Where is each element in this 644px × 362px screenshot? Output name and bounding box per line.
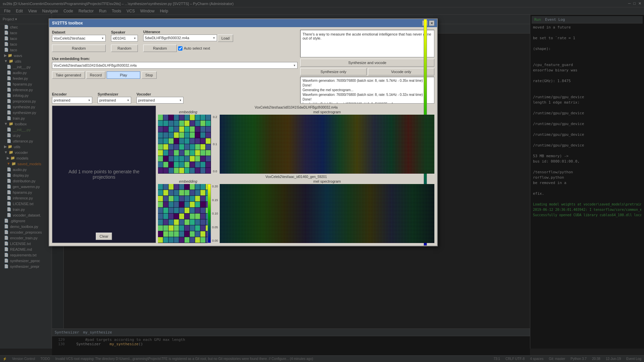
vocoder-combo[interactable]: pretrained ▼ (137, 97, 183, 104)
utterance-value: 5dwDLHFBgz8\00032.m4a (145, 36, 189, 40)
vis-row1-title: VoxCeleb2\test\aac\id01041\5dwDLHFBgz8\0… (158, 106, 434, 109)
encoder-section-row: Encoder pretrained ▼ Synthesizer pretrai… (52, 92, 298, 104)
dataset-input-row: VoxCeleb2\test\aac ▼ (52, 35, 106, 42)
dataset-group: Dataset VoxCeleb2\test\aac ▼ (52, 30, 106, 42)
synthesizer-group: Synthesizer pretrained ▼ (98, 92, 131, 104)
speaker-value: id01041 (113, 36, 126, 40)
load-btn[interactable]: Load (218, 35, 233, 42)
embed-label-1: embedding (158, 110, 218, 114)
synthesizer-label: Synthesizer (98, 92, 131, 96)
embedding-path-combo[interactable]: VoxCeleb2\test\aac\id01041\5dwDLHFBgz8\0… (52, 62, 298, 69)
encoder-combo-arrow-icon: ▼ (88, 99, 91, 102)
synthesize-only-btn[interactable]: Synthesize only (300, 68, 367, 75)
encoder-value: pretrained (54, 98, 70, 102)
status-line-3: Waveform generation: 76000/76800 (batch … (303, 93, 432, 102)
stop-btn[interactable]: Stop (142, 71, 157, 79)
random-utterance-group: Random Auto select next (143, 45, 210, 52)
projection-placeholder-text: Add 1 more points to generate the projec… (68, 169, 140, 180)
visualization-section: Add 1 more points to generate the projec… (52, 106, 434, 243)
spec-panel-2: mel spectrogram (220, 179, 434, 243)
play-btn[interactable]: Play (107, 71, 140, 79)
spec-label-2: mel spectrogram (220, 179, 434, 183)
colorbar-2: 0.20 0.15 0.10 0.05 0.00 (212, 184, 218, 243)
colorbar-1: 0.2 0.1 0.0 (212, 115, 218, 174)
utterance-arrow-icon: ▼ (213, 37, 215, 40)
embed-label-2: embedding (158, 179, 218, 183)
clear-btn[interactable]: Clear (96, 233, 112, 240)
embedding-from-row: VoxCeleb2\test\aac\id01041\5dwDLHFBgz8\0… (52, 62, 298, 69)
take-generated-btn[interactable]: Take generated (52, 71, 85, 79)
embed-panel-1: embedding 0.2 0.1 0.0 (158, 110, 218, 174)
dataset-row: Dataset VoxCeleb2\test\aac ▼ Speaker (52, 30, 298, 42)
auto-select-label[interactable]: Auto select next (178, 46, 210, 51)
dataset-arrow-icon: ▼ (101, 37, 104, 40)
vis-row-1: VoxCeleb2\test\aac\id01041\5dwDLHFBgz8\0… (158, 106, 434, 174)
mel-spec-1 (220, 115, 434, 174)
spec-label-1: mel spectrogram (220, 110, 434, 114)
random-utterance-btn[interactable]: Random (143, 45, 177, 52)
dialog-controls: Dataset VoxCeleb2\test\aac ▼ Speaker (52, 30, 298, 104)
auto-select-text: Auto select next (184, 46, 210, 50)
random-dataset-btn[interactable]: Random (52, 45, 106, 52)
vis-row-2: VoxCeleb2\test\aac_id01460_gen_59201 emb… (158, 175, 434, 243)
projection-placeholder: Add 1 more points to generate the projec… (59, 169, 149, 180)
random-row: Random Random Random Auto select next (52, 45, 298, 52)
dialog-top-section: Dataset VoxCeleb2\test\aac ▼ Speaker (52, 30, 434, 104)
speaker-arrow-icon: ▼ (133, 37, 136, 40)
dialog-close-btn[interactable]: ✕ (429, 20, 434, 26)
auto-select-checkbox[interactable] (178, 46, 182, 51)
dialog-title: SV2TTS toolbox (52, 21, 83, 25)
vis-row2-title: VoxCeleb2\test\aac_id01460_gen_59201 (158, 175, 434, 179)
embedding-path-text: VoxCeleb2\test\aac\id01041\5dwDLHFBgz8\0… (54, 64, 137, 67)
speaker-combo[interactable]: id01041 ▼ (111, 35, 138, 42)
utterance-label: Utterance (143, 30, 233, 34)
embedding-from-group: Use embedding from: VoxCeleb2\test\aac\i… (52, 56, 298, 69)
vis-row1-content: embedding 0.2 0.1 0.0 (158, 110, 434, 174)
speaker-label: Speaker (111, 30, 138, 34)
record-btn[interactable]: Record (86, 71, 105, 79)
embed-vis-2: 0.20 0.15 0.10 0.05 0.00 (158, 184, 218, 243)
status-line-2: Generating the mel spectrogram... (303, 88, 432, 93)
mel-spec-2 (220, 184, 434, 243)
embed-panel-2: embedding 0.20 0.15 0.10 0.05 (158, 179, 218, 243)
synth-vocode-row: Synthesize only Vocode only (300, 68, 434, 75)
embed-vis-1: 0.2 0.1 0.0 (158, 115, 218, 174)
status-line-4: Loaded VoxCeleb2\test\aac\d07663\iM9gUr0… (303, 102, 432, 104)
utterance-group: Utterance 5dwDLHFBgz8\00032.m4a ▼ Load (143, 30, 233, 42)
synthesizer-value: pretrained (99, 98, 116, 102)
sv2tts-dialog: SV2TTS toolbox ? ✕ Dataset VoxCeleb2\tes… (49, 18, 438, 246)
dialog-right-area: There's a way to measure the acute emoti… (300, 30, 434, 104)
status-line-1: Waveform generation: 76000/76800 (batch … (303, 78, 432, 88)
audio-controls-row: Take generated Record Play Stop (52, 71, 298, 79)
utterance-input-row: 5dwDLHFBgz8\00032.m4a ▼ Load (143, 35, 233, 42)
dataset-value: VoxCeleb2\test\aac (54, 36, 86, 40)
vocoder-value: pretrained (138, 98, 155, 102)
vocoder-group: Vocoder pretrained ▼ (137, 92, 183, 104)
vocoder-label: Vocoder (137, 92, 183, 96)
right-vis-panels: VoxCeleb2\test\aac\id01041\5dwDLHFBgz8\0… (158, 106, 434, 243)
projection-panel: Add 1 more points to generate the projec… (52, 106, 156, 243)
dataset-combo[interactable]: VoxCeleb2\test\aac ▼ (52, 35, 106, 42)
spec-panel-1: mel spectrogram (220, 110, 434, 174)
embed-grid-1 (158, 115, 211, 174)
encoder-combo[interactable]: pretrained ▼ (52, 97, 92, 104)
encoder-group: Encoder pretrained ▼ (52, 92, 92, 104)
vis-row2-content: embedding 0.20 0.15 0.10 0.05 (158, 179, 434, 243)
speaker-group: Speaker id01041 ▼ (111, 30, 138, 42)
speaker-input-row: id01041 ▼ (111, 35, 138, 42)
status-box: Waveform generation: 76000/76800 (batch … (300, 77, 434, 104)
synthesizer-combo-arrow-icon: ▼ (127, 99, 129, 102)
embedding-from-label: Use embedding from: (52, 57, 298, 61)
encoder-label: Encoder (52, 92, 92, 96)
dialog-titlebar: SV2TTS toolbox ? ✕ (49, 19, 437, 27)
utterance-combo[interactable]: 5dwDLHFBgz8\00032.m4a ▼ (143, 35, 217, 41)
synthesizer-combo[interactable]: pretrained ▼ (98, 97, 131, 104)
synthesize-vocode-btn[interactable]: Synthesize and vocode (300, 59, 434, 67)
dataset-label: Dataset (52, 30, 106, 34)
vocoder-combo-arrow-icon: ▼ (179, 99, 182, 102)
dialog-body: Dataset VoxCeleb2\test\aac ▼ Speaker (49, 27, 437, 246)
random-speaker-btn[interactable]: Random (111, 45, 138, 52)
embed-grid-2 (158, 184, 211, 243)
embedding-combo-arrow-icon: ▼ (293, 64, 296, 67)
utterance-textarea[interactable]: There's a way to measure the acute emoti… (300, 30, 434, 57)
